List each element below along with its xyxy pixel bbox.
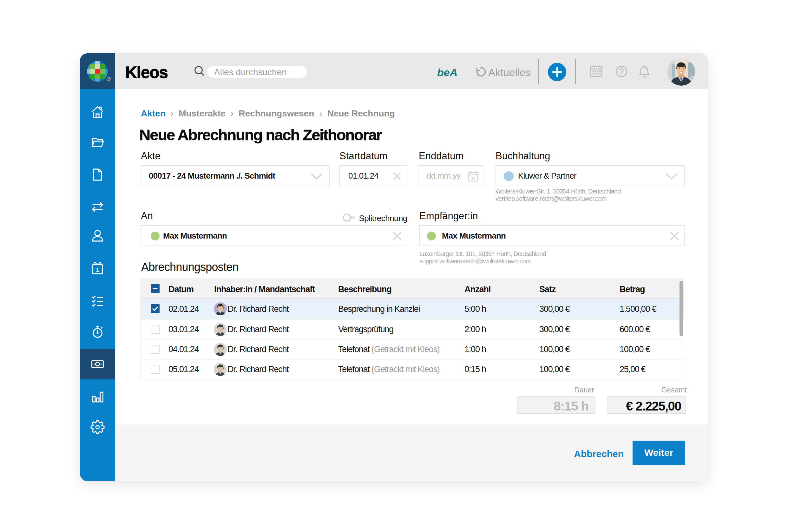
svg-text:31: 31: [471, 176, 475, 180]
svg-text:1: 1: [96, 267, 99, 273]
